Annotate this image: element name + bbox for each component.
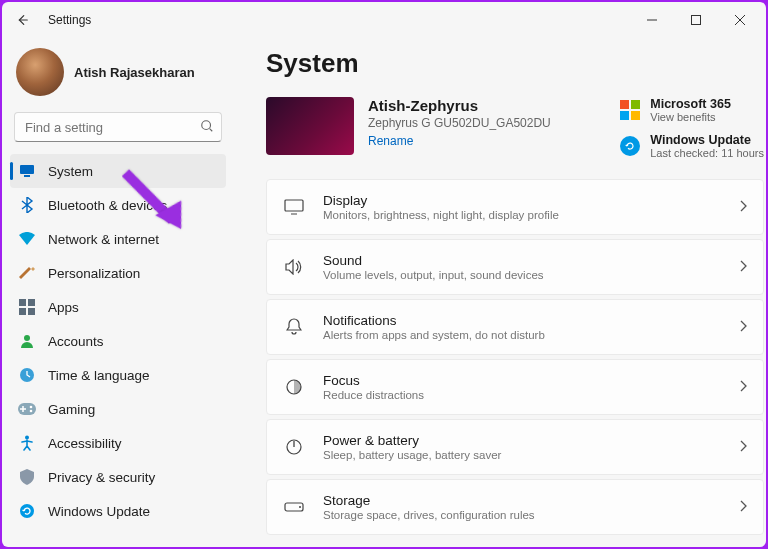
- sidebar-item-gaming[interactable]: Gaming: [10, 392, 226, 426]
- chevron-right-icon: [739, 378, 747, 396]
- minimize-icon: [647, 15, 657, 25]
- ms365-icon: [620, 100, 640, 120]
- chevron-right-icon: [739, 198, 747, 216]
- sidebar-item-label: Network & internet: [48, 232, 159, 247]
- rename-link[interactable]: Rename: [368, 134, 413, 148]
- svg-point-14: [20, 504, 34, 518]
- sidebar-item-privacy[interactable]: Privacy & security: [10, 460, 226, 494]
- card-notifications[interactable]: NotificationsAlerts from apps and system…: [266, 299, 764, 355]
- sidebar-item-apps[interactable]: Apps: [10, 290, 226, 324]
- chevron-right-icon: [739, 258, 747, 276]
- svg-rect-7: [28, 308, 35, 315]
- sidebar-item-label: Personalization: [48, 266, 140, 281]
- sidebar-item-label: Accessibility: [48, 436, 122, 451]
- svg-point-13: [25, 436, 29, 440]
- sidebar-item-update[interactable]: Windows Update: [10, 494, 226, 528]
- sidebar-item-personalization[interactable]: Personalization: [10, 256, 226, 290]
- sidebar-item-system[interactable]: System: [10, 154, 226, 188]
- settings-window: Settings Atish Rajasekharan System: [2, 2, 766, 547]
- sound-icon: [283, 259, 305, 275]
- chevron-right-icon: [739, 438, 747, 456]
- profile-name: Atish Rajasekharan: [74, 65, 195, 80]
- svg-point-12: [30, 410, 33, 413]
- svg-rect-3: [24, 175, 30, 177]
- sidebar-item-network[interactable]: Network & internet: [10, 222, 226, 256]
- sidebar: Atish Rajasekharan System Bluetooth & de…: [2, 38, 234, 547]
- svg-point-1: [202, 121, 211, 130]
- card-sub: Monitors, brightness, night light, displ…: [323, 209, 739, 221]
- svg-rect-4: [19, 299, 26, 306]
- search-input[interactable]: [14, 112, 222, 142]
- main-panel: System Atish-Zephyrus Zephyrus G GU502DU…: [234, 38, 766, 547]
- sidebar-item-label: Time & language: [48, 368, 150, 383]
- bluetooth-icon: [18, 196, 36, 214]
- minimize-button[interactable]: [630, 5, 674, 35]
- maximize-button[interactable]: [674, 5, 718, 35]
- card-title: Sound: [323, 253, 739, 268]
- device-model: Zephyrus G GU502DU_GA502DU: [368, 116, 606, 130]
- device-wallpaper-thumb: [266, 97, 354, 155]
- card-sub: Volume levels, output, input, sound devi…: [323, 269, 739, 281]
- window-controls: [630, 5, 762, 35]
- windows-update-link[interactable]: Windows Update Last checked: 11 hours: [620, 133, 764, 159]
- card-title: Notifications: [323, 313, 739, 328]
- close-icon: [735, 15, 745, 25]
- ms365-sub: View benefits: [650, 111, 731, 123]
- focus-icon: [283, 378, 305, 396]
- sidebar-item-label: Gaming: [48, 402, 95, 417]
- sidebar-item-accounts[interactable]: Accounts: [10, 324, 226, 358]
- svg-point-11: [30, 406, 33, 409]
- card-storage[interactable]: StorageStorage space, drives, configurat…: [266, 479, 764, 535]
- hero-right-links: Microsoft 365 View benefits Windows Upda…: [620, 97, 764, 159]
- card-title: Storage: [323, 493, 739, 508]
- personalization-icon: [18, 264, 36, 282]
- settings-cards: DisplayMonitors, brightness, night light…: [266, 179, 766, 535]
- search-container: [14, 112, 222, 142]
- sidebar-item-time[interactable]: Time & language: [10, 358, 226, 392]
- update-sub: Last checked: 11 hours: [650, 147, 764, 159]
- profile-block[interactable]: Atish Rajasekharan: [10, 44, 226, 110]
- accessibility-icon: [18, 434, 36, 452]
- sidebar-item-label: System: [48, 164, 93, 179]
- sidebar-item-label: Accounts: [48, 334, 104, 349]
- storage-icon: [283, 502, 305, 512]
- display-icon: [283, 199, 305, 215]
- card-focus[interactable]: FocusReduce distractions: [266, 359, 764, 415]
- back-arrow-icon: [15, 13, 29, 27]
- network-icon: [18, 230, 36, 248]
- card-power[interactable]: Power & batterySleep, battery usage, bat…: [266, 419, 764, 475]
- chevron-right-icon: [739, 498, 747, 516]
- device-hero: Atish-Zephyrus Zephyrus G GU502DU_GA502D…: [266, 97, 766, 159]
- gaming-icon: [18, 400, 36, 418]
- notifications-icon: [283, 318, 305, 336]
- card-sub: Reduce distractions: [323, 389, 739, 401]
- card-sub: Alerts from apps and system, do not dist…: [323, 329, 739, 341]
- svg-point-19: [299, 506, 301, 508]
- sidebar-item-label: Apps: [48, 300, 79, 315]
- close-button[interactable]: [718, 5, 762, 35]
- sidebar-item-label: Privacy & security: [48, 470, 155, 485]
- svg-rect-2: [20, 165, 34, 174]
- svg-rect-0: [692, 16, 701, 25]
- sidebar-item-accessibility[interactable]: Accessibility: [10, 426, 226, 460]
- svg-rect-5: [28, 299, 35, 306]
- titlebar-title: Settings: [48, 13, 91, 27]
- titlebar: Settings: [2, 2, 766, 38]
- ms365-link[interactable]: Microsoft 365 View benefits: [620, 97, 764, 123]
- back-button[interactable]: [6, 4, 38, 36]
- privacy-icon: [18, 468, 36, 486]
- update-title: Windows Update: [650, 133, 764, 147]
- card-sub: Sleep, battery usage, battery saver: [323, 449, 739, 461]
- time-icon: [18, 366, 36, 384]
- svg-point-8: [24, 335, 30, 341]
- chevron-right-icon: [739, 318, 747, 336]
- sidebar-item-bluetooth[interactable]: Bluetooth & devices: [10, 188, 226, 222]
- page-title: System: [266, 48, 766, 79]
- device-name: Atish-Zephyrus: [368, 97, 606, 114]
- system-icon: [18, 162, 36, 180]
- card-title: Power & battery: [323, 433, 739, 448]
- card-sound[interactable]: SoundVolume levels, output, input, sound…: [266, 239, 764, 295]
- maximize-icon: [691, 15, 701, 25]
- card-display[interactable]: DisplayMonitors, brightness, night light…: [266, 179, 764, 235]
- windows-update-badge-icon: [620, 136, 640, 156]
